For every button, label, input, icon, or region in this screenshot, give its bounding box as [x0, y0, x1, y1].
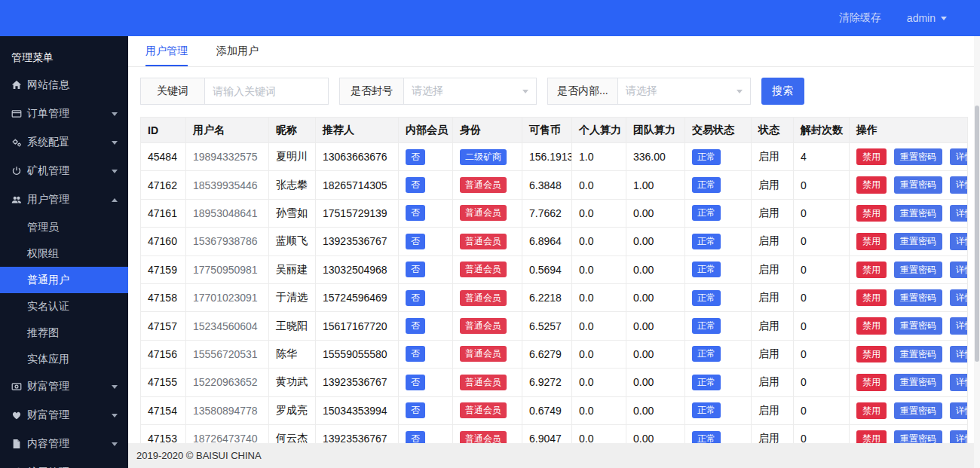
heart-icon	[11, 410, 22, 421]
detail-button[interactable]: 详情	[950, 402, 968, 419]
detail-button[interactable]: 详情	[950, 374, 968, 390]
disable-button[interactable]: 禁用	[856, 289, 887, 306]
sidebar-subitem[interactable]: 实体应用	[0, 346, 128, 372]
disable-button[interactable]: 禁用	[856, 233, 887, 249]
cell-actions: 禁用 重置密码 详情	[850, 396, 968, 424]
cell-personal-power: 0.0	[572, 340, 626, 368]
cell-id: 47161	[141, 199, 186, 227]
detail-button[interactable]: 详情	[950, 317, 968, 334]
detail-button[interactable]: 详情	[950, 262, 968, 278]
cell-actions: 禁用 重置密码 详情	[850, 283, 968, 311]
disable-button[interactable]: 禁用	[856, 402, 887, 419]
disable-button[interactable]: 禁用	[856, 205, 887, 222]
cell-username: 18953048641	[186, 199, 269, 227]
sidebar-item-wrench[interactable]: 扩展管理	[0, 458, 128, 468]
detail-button[interactable]: 详情	[950, 205, 968, 222]
reset-password-button[interactable]: 重置密码	[894, 346, 942, 362]
cell-team-power: 336.00	[626, 143, 685, 171]
cell-unban-count: 0	[794, 340, 850, 368]
chevron-down-icon	[112, 112, 118, 116]
main-content: 用户管理添加用户 关键词 是否封号 请选择 是否内部... 请选择 搜索	[128, 36, 980, 468]
user-menu[interactable]: admin	[907, 12, 947, 24]
sidebar-item-users[interactable]: 用户管理	[0, 185, 128, 214]
sidebar-item-label: 用户管理	[27, 193, 112, 206]
reset-password-button[interactable]: 重置密码	[894, 317, 942, 334]
cell-trade-status: 正常	[685, 340, 752, 368]
column-header: 交易状态	[685, 118, 752, 143]
trade-status-badge: 正常	[692, 290, 721, 306]
cell-status: 启用	[752, 396, 794, 424]
tab-1[interactable]: 添加用户	[216, 36, 259, 66]
cell-username: 17750950981	[186, 255, 269, 283]
detail-button[interactable]: 详情	[950, 233, 968, 249]
sidebar-item-heart[interactable]: 财富管理	[0, 401, 128, 430]
table-row: 47160 15367938786 蓝顺飞 13923536767 否 普通会员…	[141, 228, 968, 255]
cell-unban-count: 0	[794, 228, 850, 255]
reset-password-button[interactable]: 重置密码	[894, 289, 942, 306]
identity-badge: 普通会员	[460, 262, 507, 277]
cell-id: 47159	[141, 255, 186, 283]
reset-password-button[interactable]: 重置密码	[894, 262, 942, 278]
clear-cache-link[interactable]: 清除缓存	[839, 11, 881, 25]
chevron-down-icon	[941, 17, 947, 20]
sidebar-item-home[interactable]: 网站信息	[0, 71, 128, 99]
disable-button[interactable]: 禁用	[856, 176, 887, 193]
sidebar-item-document[interactable]: 内容管理	[0, 430, 128, 458]
sidebar-subitem[interactable]: 管理员	[0, 214, 128, 240]
tab-0[interactable]: 用户管理	[145, 36, 188, 66]
internal-select[interactable]: 请选择	[617, 78, 751, 105]
sidebar-item-money[interactable]: 财富管理	[0, 372, 128, 401]
power-icon	[11, 166, 22, 177]
cell-referrer: 13923536767	[316, 228, 399, 255]
scrollbar-track[interactable]	[974, 36, 980, 468]
internal-badge: 否	[406, 177, 425, 193]
sidebar-item-power[interactable]: 矿机管理	[0, 157, 128, 185]
column-header: 内部会员	[399, 118, 453, 143]
cell-team-power: 0.00	[626, 255, 685, 283]
sidebar-subitem[interactable]: 普通用户	[0, 267, 128, 293]
internal-filter-group: 是否内部... 请选择	[547, 78, 751, 105]
sidebar-item-gears[interactable]: 系统配置	[0, 128, 128, 157]
internal-select-value: 请选择	[626, 84, 657, 98]
trade-status-badge: 正常	[692, 205, 721, 221]
sidebar-subitem[interactable]: 推荐图	[0, 320, 128, 346]
reset-password-button[interactable]: 重置密码	[894, 233, 942, 249]
cell-team-power: 0.00	[626, 340, 685, 368]
cell-personal-power: 0.0	[572, 255, 626, 283]
column-header: 可售币	[522, 118, 572, 143]
disable-button[interactable]: 禁用	[856, 148, 887, 165]
reset-password-button[interactable]: 重置密码	[894, 176, 942, 193]
detail-button[interactable]: 详情	[950, 176, 968, 193]
cell-unban-count: 0	[794, 369, 850, 396]
keyword-filter-group: 关键词	[140, 78, 329, 105]
ban-select[interactable]: 请选择	[403, 78, 537, 105]
sidebar-subitem-label: 实体应用	[27, 353, 69, 366]
cell-identity: 二级矿商	[453, 143, 522, 171]
detail-button[interactable]: 详情	[950, 289, 968, 306]
disable-button[interactable]: 禁用	[856, 346, 887, 362]
reset-password-button[interactable]: 重置密码	[894, 402, 942, 419]
detail-button[interactable]: 详情	[950, 148, 968, 165]
scrollbar-thumb[interactable]	[975, 106, 979, 362]
cell-internal: 否	[399, 228, 453, 255]
topbar: 清除缓存 admin	[0, 0, 980, 36]
detail-button[interactable]: 详情	[950, 346, 968, 362]
cell-unban-count: 0	[794, 396, 850, 424]
document-icon	[11, 439, 22, 450]
reset-password-button[interactable]: 重置密码	[894, 205, 942, 222]
sidebar-subitem-label: 管理员	[27, 221, 59, 234]
sidebar-item-orders[interactable]: 订单管理	[0, 99, 128, 128]
reset-password-button[interactable]: 重置密码	[894, 148, 942, 165]
cell-internal: 否	[399, 396, 453, 424]
disable-button[interactable]: 禁用	[856, 317, 887, 334]
sidebar-subitem[interactable]: 权限组	[0, 240, 128, 267]
reset-password-button[interactable]: 重置密码	[894, 374, 942, 390]
cell-nickname: 张志攀	[269, 171, 316, 199]
keyword-input[interactable]	[204, 78, 329, 105]
disable-button[interactable]: 禁用	[856, 262, 887, 278]
cell-username: 15234560604	[186, 312, 269, 340]
disable-button[interactable]: 禁用	[856, 374, 887, 390]
sidebar-subitem[interactable]: 实名认证	[0, 293, 128, 320]
search-button[interactable]: 搜索	[761, 78, 804, 105]
user-table: ID用户名昵称推荐人内部会员身份可售币个人算力团队算力交易状态状态解封次数操作 …	[140, 117, 968, 468]
